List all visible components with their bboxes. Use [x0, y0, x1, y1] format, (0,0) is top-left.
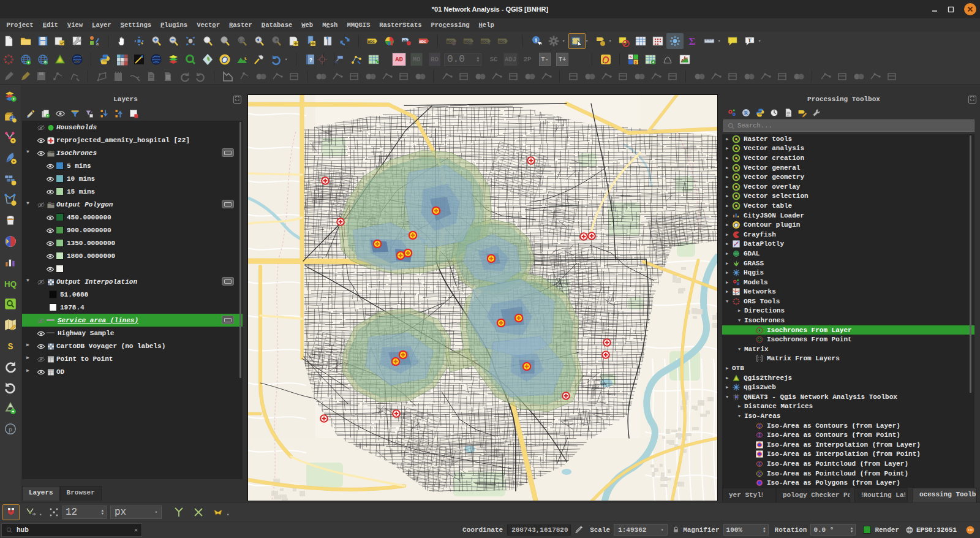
svg-text:ε: ε [91, 109, 92, 113]
svg-text:S: S [630, 55, 632, 59]
svg-text:abc: abc [419, 39, 426, 44]
svg-text:D: D [635, 61, 637, 65]
svg-text:abc: abc [464, 39, 471, 44]
svg-text:1:1: 1:1 [238, 39, 244, 43]
svg-text:abc: abc [481, 39, 488, 44]
svg-text:T: T [748, 37, 752, 44]
svg-text:a: a [96, 42, 99, 46]
svg-text:R: R [744, 110, 748, 116]
svg-text:p: p [9, 426, 12, 433]
svg-text:?: ? [309, 57, 313, 63]
svg-text:Σ: Σ [688, 36, 695, 47]
svg-text:abc: abc [368, 39, 375, 44]
svg-text:ab: ab [402, 39, 407, 42]
svg-text:i: i [535, 37, 537, 44]
svg-text:S: S [8, 342, 13, 352]
svg-text:abc: abc [498, 39, 505, 44]
svg-text:HQ: HQ [4, 279, 17, 289]
